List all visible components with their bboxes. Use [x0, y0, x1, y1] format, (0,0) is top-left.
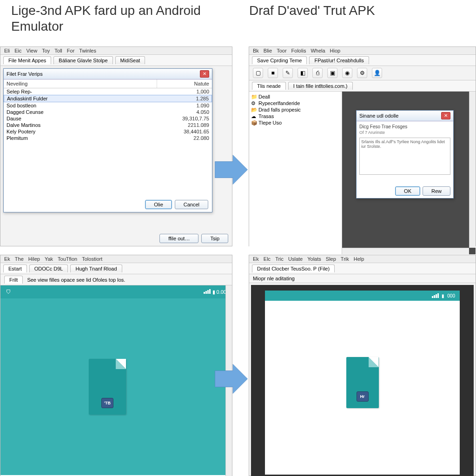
android-home[interactable]: 'TB: [0, 298, 232, 475]
q4-menubar: EkElcTricUslateYolatsSlepTrikHelp: [249, 255, 476, 263]
menu-item[interactable]: Elc: [264, 256, 271, 262]
q3-tabs: EstartODOCc D9LHugh Tnanf Rload: [0, 263, 232, 274]
battery-icon: ▮: [442, 293, 444, 298]
table-row[interactable]: Selep Rep-1,000: [4, 88, 212, 95]
scrollbar-x[interactable]: [342, 248, 469, 254]
menu-item[interactable]: Ek: [4, 256, 10, 262]
table-row[interactable]: Plemitum22.080: [4, 135, 212, 141]
close-icon[interactable]: ✕: [200, 70, 209, 78]
image-icon[interactable]: ▣: [327, 68, 337, 78]
q2-tree[interactable]: 📁Deall⚙Rypecerlfanderide📂Drad falls prop…: [249, 92, 342, 254]
q4-tabs: Dntist Clocber TeusSoo. P (File): [249, 263, 476, 274]
print-icon[interactable]: ⎙: [312, 68, 323, 78]
tab[interactable]: Save Cprding Teme: [252, 56, 307, 64]
cloud-icon: ☁: [251, 113, 257, 119]
table-row[interactable]: Dagged Ceunse4.050: [4, 109, 212, 115]
eraser-icon[interactable]: ◧: [298, 68, 308, 78]
menu-item[interactable]: Bk: [253, 48, 259, 53]
table-row[interactable]: Dause39,310,7.75: [4, 115, 212, 122]
menu-item[interactable]: Slep: [326, 256, 336, 262]
tree-item[interactable]: 📁Deall: [250, 93, 341, 100]
q2-tabs2: Tlis neadeI tain fille intltolies.com.): [249, 80, 476, 92]
menu-item[interactable]: Help: [354, 256, 364, 262]
menu-item[interactable]: Hilep: [28, 256, 40, 262]
table-row[interactable]: Sod bostleon1.090: [4, 102, 212, 109]
menu-item[interactable]: View: [26, 48, 38, 53]
table-row[interactable]: Kely Pootery38,4401.65: [4, 128, 212, 135]
folder-y-icon: 📂: [251, 107, 257, 113]
menu-item[interactable]: Twinles: [79, 48, 96, 53]
save-icon[interactable]: ■: [268, 68, 278, 78]
tree-item[interactable]: 📂Drad falls propesic: [250, 106, 341, 113]
menu-item[interactable]: Whela: [311, 48, 325, 53]
svg-marker-0: [215, 155, 248, 185]
apk-file-icon[interactable]: Hr: [346, 357, 379, 408]
tab[interactable]: ODOCc D9L: [29, 264, 68, 272]
fileout-button[interactable]: ffile out…: [159, 234, 198, 243]
tab[interactable]: FPast/ur! Creabhdulls: [309, 56, 369, 64]
menu-item[interactable]: Tolostiort: [82, 256, 102, 262]
cancel-button[interactable]: Cancel: [175, 200, 208, 209]
signal-icon: [204, 289, 211, 294]
q2-tabs: Save Cprding TemeFPast/ur! Creabhdulls: [249, 55, 476, 66]
menu-item[interactable]: TouTfion: [58, 256, 77, 262]
tab[interactable]: Báliane Glavle Stolpe: [53, 56, 112, 64]
menu-item[interactable]: Eic: [14, 48, 21, 53]
folder-icon: 📁: [251, 94, 257, 100]
menu-item[interactable]: Eli: [4, 48, 10, 53]
menu-item[interactable]: Toll: [54, 48, 62, 53]
tab[interactable]: Estart: [3, 264, 27, 272]
tab[interactable]: Tlis neade: [252, 82, 286, 90]
q2-subdlg-title: Sinane udl odolle: [359, 113, 398, 119]
tree-item[interactable]: ⚙Rypecerlfanderide: [250, 100, 341, 106]
shield-icon: ⛉: [6, 289, 11, 295]
rew-button[interactable]: Rew: [423, 186, 450, 196]
menu-item[interactable]: For: [67, 48, 75, 53]
new-icon[interactable]: ▢: [253, 68, 263, 78]
q3-menubar: EkTheHilepYakTouTfionTolostiort: [0, 255, 232, 263]
camera-icon[interactable]: ◉: [342, 68, 352, 78]
menu-item[interactable]: Hiop: [330, 48, 341, 53]
tab[interactable]: Dntist Clocber TeusSoo. P (File): [252, 264, 335, 272]
menu-item[interactable]: Ek: [253, 256, 259, 262]
tab[interactable]: File Menit Appes: [3, 56, 51, 64]
menu-item[interactable]: The: [15, 256, 24, 262]
q2-subdlg-label: Dicg Feso Trae Fosges: [359, 124, 450, 129]
menu-item[interactable]: Fololis: [291, 48, 306, 53]
q1-dialog-title: Filet Frar Verips: [7, 71, 43, 77]
q1-col1[interactable]: Neveiling: [4, 79, 157, 88]
panel-q2: BkBlieToorFololisWhelaHiop Save Cprding …: [249, 46, 476, 246]
menu-item[interactable]: Toor: [277, 48, 286, 53]
menu-item[interactable]: Blie: [264, 48, 272, 53]
q3-status-tab[interactable]: Frilt: [4, 276, 23, 284]
pencil-icon[interactable]: ✎: [283, 68, 293, 78]
tab[interactable]: I tain fille intltolies.com.): [288, 82, 353, 90]
user-icon[interactable]: 👤: [372, 68, 382, 78]
menu-item[interactable]: Yak: [45, 256, 53, 262]
q1-col2[interactable]: Natute: [157, 79, 212, 88]
table-row[interactable]: Andiaskintl Fulder1.285: [4, 95, 212, 102]
menu-item[interactable]: Trik: [341, 256, 349, 262]
tab[interactable]: MidiSeat: [115, 56, 145, 64]
close-icon[interactable]: ✕: [441, 112, 450, 119]
table-row[interactable]: Dalve Martinos2211.089: [4, 122, 212, 128]
tsip-button[interactable]: Tsip: [201, 234, 228, 243]
tree-item[interactable]: 📦Tlepe Uso: [250, 119, 341, 126]
ok-button[interactable]: Olie: [145, 200, 172, 209]
apk-badge: 'TB: [101, 398, 113, 408]
gear-icon[interactable]: ⚙: [357, 68, 367, 78]
tree-item[interactable]: ☁Trasas: [250, 113, 341, 119]
q2-canvas: Sinane udl odolle ✕ Dicg Feso Trae Fosge…: [342, 92, 476, 254]
menu-item[interactable]: Uslate: [288, 256, 303, 262]
q2-subdlg-text[interactable]: Srlanis Ills al.Adf"s Tyrliee Nong Angol…: [359, 138, 450, 175]
apk-file-icon[interactable]: 'TB: [89, 359, 126, 415]
ok-button[interactable]: OK: [395, 186, 420, 196]
tab[interactable]: Hugh Tnanf Rload: [70, 264, 122, 272]
menu-item[interactable]: Tric: [275, 256, 284, 262]
q3-status: Frilt See view filles opace see lid Ofol…: [0, 274, 232, 285]
clock-text: 0.00: [217, 289, 226, 295]
q4-emulator: ▮ 000 Hr: [265, 291, 460, 475]
menu-item[interactable]: Toy: [42, 48, 50, 53]
menu-item[interactable]: Yolats: [307, 256, 321, 262]
scrollbar-y[interactable]: [469, 92, 476, 248]
